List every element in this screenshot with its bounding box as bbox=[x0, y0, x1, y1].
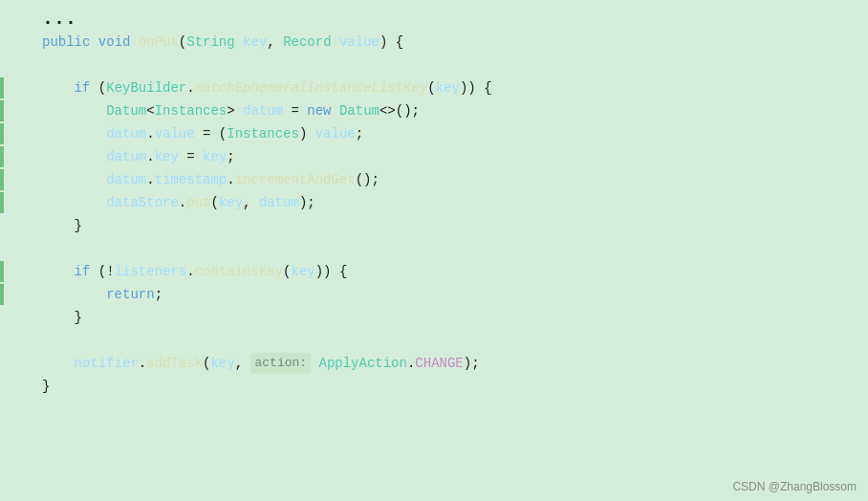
code-line-method-sig: public void onPut ( String key , Record … bbox=[0, 31, 868, 54]
class-KeyBuilder: KeyBuilder bbox=[106, 77, 186, 98]
type-Datum2: Datum bbox=[339, 100, 380, 121]
code-line-notifier: notifier . addTask ( key , action: Apply… bbox=[0, 352, 868, 375]
code-line-close-if1: } bbox=[0, 214, 868, 237]
code-line-partial: ... bbox=[0, 8, 868, 31]
param-hint-action: action: bbox=[250, 353, 311, 374]
arg-key4: key bbox=[292, 261, 315, 282]
class-ApplyAction: ApplyAction bbox=[319, 353, 407, 374]
field-timestamp: timestamp bbox=[155, 169, 228, 190]
code-line-datastore: dataStore . put ( key , datum ); bbox=[0, 191, 868, 214]
code-line-return: return ; bbox=[0, 283, 868, 306]
keyword-new: new bbox=[307, 100, 331, 121]
method-onPut: onPut bbox=[139, 32, 179, 53]
code-line-empty3 bbox=[0, 329, 868, 352]
code-container: ... public void onPut ( String key , Rec… bbox=[0, 0, 868, 501]
var-datum2: datum bbox=[106, 123, 146, 144]
method-put: put bbox=[186, 192, 210, 213]
arg-key1: key bbox=[436, 77, 460, 98]
arg-key5: key bbox=[210, 353, 234, 374]
var-datum3: datum bbox=[106, 146, 146, 167]
type-Instances2: Instances bbox=[227, 123, 299, 144]
var-notifier: notifier bbox=[75, 353, 139, 374]
param-key: key bbox=[243, 32, 267, 53]
var-listeners: listeners bbox=[115, 261, 187, 282]
param-value: value bbox=[339, 32, 380, 53]
partial-text: ... bbox=[42, 9, 76, 30]
type-String: String bbox=[186, 32, 234, 53]
watermark: CSDN @ZhangBlossom bbox=[732, 480, 857, 493]
type-Datum: Datum bbox=[106, 100, 146, 121]
keyword-void: void bbox=[98, 32, 131, 53]
keyword-if2: if bbox=[75, 261, 91, 282]
keyword-public: public bbox=[42, 32, 90, 53]
var-value: value bbox=[315, 123, 356, 144]
method-containsKey: containsKey bbox=[195, 261, 283, 282]
code-line-if1: if ( KeyBuilder . matchEphemeralInstance… bbox=[0, 76, 868, 99]
keyword-if1: if bbox=[75, 77, 91, 98]
code-line-datum-value: datum . value = ( Instances ) value ; bbox=[0, 122, 868, 145]
var-datum4: datum bbox=[106, 169, 146, 190]
method-matchEphemeral: matchEphemeralInstanceListKey bbox=[195, 77, 428, 98]
code-line-empty2 bbox=[0, 237, 868, 260]
code-line-if2: if (! listeners . containsKey ( key )) { bbox=[0, 260, 868, 283]
var-dataStore: dataStore bbox=[106, 192, 179, 213]
code-line-close-method: } bbox=[0, 375, 868, 398]
arg-datum5: datum bbox=[259, 192, 299, 213]
const-CHANGE: CHANGE bbox=[415, 353, 463, 374]
code-line-empty1 bbox=[0, 54, 868, 76]
code-line-close-if2: } bbox=[0, 306, 868, 329]
type-Instances1: Instances bbox=[155, 100, 228, 121]
method-addTask: addTask bbox=[146, 353, 203, 374]
arg-key3: key bbox=[219, 192, 243, 213]
field-value: value bbox=[155, 123, 195, 144]
method-incrementAndGet: incrementAndGet bbox=[235, 169, 356, 190]
code-line-datum-key: datum . key = key ; bbox=[0, 145, 868, 168]
field-key: key bbox=[155, 146, 179, 167]
var-key2: key bbox=[203, 146, 227, 167]
keyword-return: return bbox=[106, 284, 154, 305]
var-datum1: datum bbox=[243, 100, 283, 121]
code-line-datum-ts: datum . timestamp . incrementAndGet (); bbox=[0, 168, 868, 191]
type-Record: Record bbox=[283, 32, 331, 53]
code-line-datum-decl: Datum < Instances > datum = new Datum <>… bbox=[0, 99, 868, 122]
